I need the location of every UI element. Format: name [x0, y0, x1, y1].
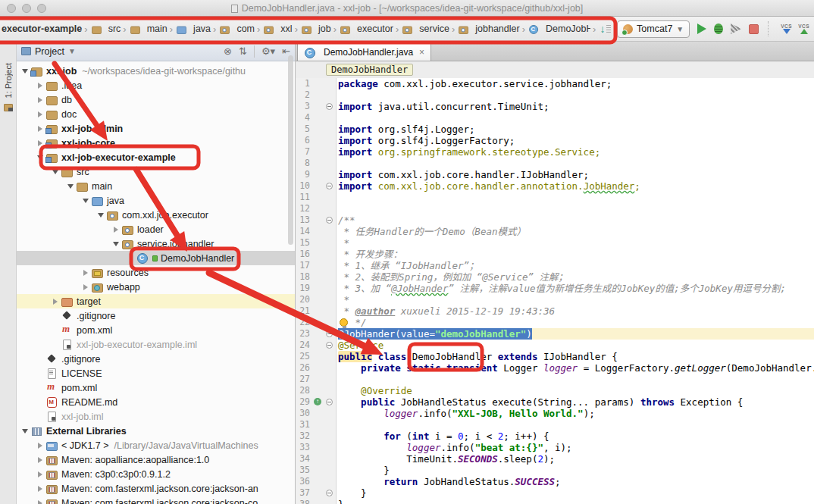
- line-number-17[interactable]: 17: [296, 260, 336, 271]
- expanded-arrow-icon[interactable]: [95, 213, 106, 218]
- tree-item-loader[interactable]: loader: [17, 222, 295, 236]
- expanded-arrow-icon[interactable]: [111, 242, 121, 246]
- fold-icon-line-24[interactable]: [326, 342, 333, 349]
- tree-item-license[interactable]: LICENSE: [17, 366, 295, 380]
- collapse-all-icon[interactable]: ⇅: [239, 45, 247, 57]
- collapsed-arrow-icon[interactable]: [35, 126, 45, 132]
- chevron-down-icon[interactable]: ▼: [68, 47, 76, 55]
- code-line-18[interactable]: * 2、装配到Spring，例如加 “@Service” 注解；: [338, 271, 814, 283]
- code-line-10[interactable]: import com.xxl.job.core.handler.annotati…: [338, 180, 814, 192]
- code-line-33[interactable]: logger.info("beat at:{}", i);: [338, 442, 814, 453]
- code-line-38[interactable]: }: [338, 499, 814, 504]
- line-number-6[interactable]: 6: [296, 135, 336, 146]
- line-number-22[interactable]: 22: [296, 317, 336, 328]
- code-line-20[interactable]: *: [338, 294, 814, 305]
- line-number-7[interactable]: 7: [296, 146, 336, 158]
- line-number-4[interactable]: 4: [296, 112, 336, 124]
- code-line-29[interactable]: public JobHandleStatus execute(String...…: [338, 396, 814, 408]
- fold-icon-line-13[interactable]: [326, 217, 333, 224]
- code-line-15[interactable]: *: [338, 237, 814, 249]
- line-number-32[interactable]: 32: [296, 430, 336, 442]
- code-line-17[interactable]: * 1、继承 “IJobHandler”；: [338, 260, 814, 271]
- tree-item-xxl-job[interactable]: xxl-job~/workspaces/idea-git-workspace/g…: [17, 64, 295, 78]
- line-number-33[interactable]: 33: [296, 442, 336, 453]
- code-line-1[interactable]: package com.xxl.job.executor.service.job…: [338, 78, 814, 89]
- expanded-arrow-icon[interactable]: [65, 184, 76, 189]
- collapsed-arrow-icon[interactable]: [50, 299, 61, 305]
- line-number-12[interactable]: 12: [296, 203, 336, 214]
- line-number-26[interactable]: 26: [296, 362, 336, 374]
- collapsed-arrow-icon[interactable]: [35, 486, 45, 492]
- code-line-24[interactable]: @Service: [338, 340, 814, 351]
- collapsed-arrow-icon[interactable]: [35, 111, 45, 117]
- fold-icon-line-3[interactable]: [326, 103, 333, 110]
- locate-icon[interactable]: ⊗: [224, 45, 232, 57]
- line-number-16[interactable]: 16: [296, 249, 336, 260]
- collapsed-arrow-icon[interactable]: [35, 97, 45, 103]
- editor-gutter[interactable]: 1234567891011121314151617181920212223242…: [296, 78, 337, 504]
- code-line-25[interactable]: public class DemoJobHandler extends IJob…: [338, 351, 814, 362]
- code-line-32[interactable]: for (int i = 0; i < 2; i++) {: [338, 430, 814, 442]
- line-number-34[interactable]: 34: [296, 453, 336, 465]
- tab-demojobhandler[interactable]: DemoJobHandler.java ×: [297, 43, 431, 61]
- fold-icon-line-37[interactable]: [326, 490, 333, 496]
- code-line-34[interactable]: TimeUnit.SECONDS.sleep(2);: [338, 453, 814, 465]
- tree-item-target[interactable]: target: [17, 294, 295, 308]
- line-number-30[interactable]: 30: [296, 408, 336, 419]
- breadcrumb-item-com[interactable]: com: [218, 23, 255, 35]
- line-number-20[interactable]: 20: [296, 294, 336, 305]
- breadcrumb-item-src[interactable]: src: [90, 23, 121, 35]
- tree-item-src[interactable]: src: [17, 164, 295, 179]
- override-method-icon[interactable]: ↑: [314, 398, 321, 405]
- expanded-arrow-icon[interactable]: [35, 155, 45, 160]
- code-line-26[interactable]: private static transient Logger logger =…: [338, 362, 814, 374]
- code-line-13[interactable]: /**: [338, 214, 814, 226]
- breadcrumb-item-jobhandler[interactable]: jobhandler: [457, 23, 519, 35]
- line-number-28[interactable]: 28: [296, 385, 336, 396]
- collapsed-arrow-icon[interactable]: [35, 457, 45, 463]
- code-editor[interactable]: 1234567891011121314151617181920212223242…: [296, 78, 814, 504]
- stop-button[interactable]: [749, 24, 759, 34]
- line-number-11[interactable]: 11: [296, 192, 336, 203]
- tree-item-readme-md[interactable]: README.md: [17, 395, 295, 409]
- run-with-coverage-button[interactable]: [731, 23, 741, 34]
- code-line-21[interactable]: * @author xuxueli 2015-12-19 19:43:36: [338, 305, 814, 317]
- tree-item-maven-c3p0-c3p0-0-9-1-2[interactable]: Maven: c3p0:c3p0:0.9.1.2: [17, 467, 295, 481]
- tree-item-jdk1-7[interactable]: < JDK1.7 >/Library/Java/JavaVirtualMachi…: [17, 438, 295, 452]
- tree-item-maven-aopalliance-aopalliance-1-0[interactable]: Maven: aopalliance:aopalliance:1.0: [17, 452, 295, 467]
- collapsed-arrow-icon[interactable]: [35, 471, 45, 477]
- line-number-14[interactable]: 14: [296, 226, 336, 237]
- tree-item-maven-com-fasterxml-jackson-core-jackson-co[interactable]: Maven: com.fasterxml.jackson.core:jackso…: [17, 496, 295, 504]
- code-line-31[interactable]: [338, 419, 814, 430]
- line-number-36[interactable]: 36: [296, 476, 336, 487]
- code-line-14[interactable]: * 任务Handler的一个Demo（Bean模式）: [338, 226, 814, 237]
- code-line-36[interactable]: return JobHandleStatus.SUCCESS;: [338, 476, 814, 487]
- tree-item-service-jobhandler[interactable]: service.jobhandler: [17, 236, 295, 251]
- fold-icon-line-29[interactable]: [326, 399, 333, 405]
- code-line-6[interactable]: import org.slf4j.LoggerFactory;: [338, 135, 814, 146]
- tree-item-idea[interactable]: .idea: [17, 78, 295, 92]
- fold-icon-line-10[interactable]: [326, 183, 333, 189]
- close-tab-icon[interactable]: ×: [419, 47, 424, 58]
- debug-button[interactable]: [714, 23, 723, 34]
- tree-item-db[interactable]: db: [17, 92, 295, 107]
- tree-item-resources[interactable]: resources: [17, 265, 295, 280]
- line-number-35[interactable]: 35: [296, 465, 336, 476]
- breadcrumb-item-executor[interactable]: executor: [339, 23, 393, 35]
- tree-item-xxl-job-core[interactable]: xxl-job-core: [17, 136, 295, 150]
- breadcrumb-item-job[interactable]: job: [300, 23, 331, 35]
- tool-window-project-tab[interactable]: 1: Project: [4, 63, 13, 98]
- code-line-7[interactable]: import org.springframework.stereotype.Se…: [338, 146, 814, 158]
- expanded-arrow-icon[interactable]: [50, 170, 61, 174]
- collapsed-arrow-icon[interactable]: [111, 227, 121, 233]
- tree-item-gitignore[interactable]: .gitignore: [17, 352, 295, 366]
- code-line-5[interactable]: import org.slf4j.Logger;: [338, 124, 814, 135]
- code-line-16[interactable]: * 开发步骤：: [338, 249, 814, 260]
- code-line-9[interactable]: import com.xxl.job.core.handler.IJobHand…: [338, 169, 814, 180]
- tree-item-java[interactable]: java: [17, 193, 295, 208]
- intention-bulb-icon[interactable]: [340, 318, 348, 327]
- line-number-27[interactable]: 27: [296, 374, 336, 385]
- tree-scrollbar[interactable]: [288, 55, 293, 245]
- code-line-28[interactable]: @Override: [338, 385, 814, 396]
- tree-item-demojobhandler[interactable]: DemoJobHandler: [17, 251, 295, 265]
